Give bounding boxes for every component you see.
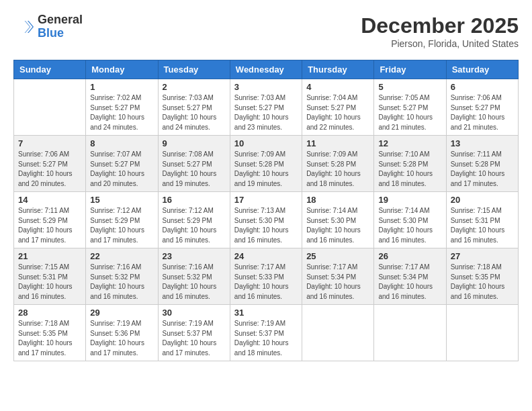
calendar-cell: 27Sunrise: 7:18 AM Sunset: 5:35 PM Dayli…: [446, 248, 518, 305]
calendar-cell: 18Sunrise: 7:14 AM Sunset: 5:30 PM Dayli…: [302, 192, 374, 248]
calendar-week-row: 14Sunrise: 7:11 AM Sunset: 5:29 PM Dayli…: [14, 192, 519, 248]
day-info: Sunrise: 7:06 AM Sunset: 5:27 PM Dayligh…: [18, 150, 81, 189]
calendar-cell: 12Sunrise: 7:10 AM Sunset: 5:28 PM Dayli…: [374, 136, 446, 192]
calendar-cell: 9Sunrise: 7:08 AM Sunset: 5:27 PM Daylig…: [158, 136, 230, 192]
calendar-cell: 17Sunrise: 7:13 AM Sunset: 5:30 PM Dayli…: [230, 192, 302, 248]
calendar-cell: 10Sunrise: 7:09 AM Sunset: 5:28 PM Dayli…: [230, 136, 302, 192]
location: Pierson, Florida, United States: [361, 38, 519, 49]
day-number: 29: [90, 308, 153, 318]
page-header: General Blue December 2025 Pierson, Flor…: [13, 13, 519, 49]
calendar-cell: 11Sunrise: 7:09 AM Sunset: 5:28 PM Dayli…: [302, 136, 374, 192]
logo-icon: [13, 17, 34, 37]
calendar-cell: 15Sunrise: 7:12 AM Sunset: 5:29 PM Dayli…: [86, 192, 158, 248]
day-info: Sunrise: 7:14 AM Sunset: 5:30 PM Dayligh…: [306, 206, 369, 245]
day-number: 3: [234, 82, 298, 92]
col-header-saturday: Saturday: [446, 60, 518, 79]
month-title: December 2025: [361, 13, 519, 38]
day-info: Sunrise: 7:17 AM Sunset: 5:33 PM Dayligh…: [234, 263, 298, 302]
calendar-cell: 2Sunrise: 7:03 AM Sunset: 5:27 PM Daylig…: [158, 79, 230, 136]
calendar-week-row: 21Sunrise: 7:15 AM Sunset: 5:31 PM Dayli…: [14, 248, 519, 305]
day-number: 31: [234, 308, 298, 318]
day-number: 11: [306, 138, 369, 148]
day-number: 9: [163, 138, 226, 148]
calendar-cell: 3Sunrise: 7:03 AM Sunset: 5:27 PM Daylig…: [230, 79, 302, 136]
calendar-cell: 13Sunrise: 7:11 AM Sunset: 5:28 PM Dayli…: [446, 136, 518, 192]
calendar-cell: 25Sunrise: 7:17 AM Sunset: 5:34 PM Dayli…: [302, 248, 374, 305]
calendar-cell: 20Sunrise: 7:15 AM Sunset: 5:31 PM Dayli…: [446, 192, 518, 248]
day-info: Sunrise: 7:08 AM Sunset: 5:27 PM Dayligh…: [163, 150, 226, 189]
day-number: 5: [378, 82, 441, 92]
day-info: Sunrise: 7:12 AM Sunset: 5:29 PM Dayligh…: [90, 206, 153, 245]
calendar-cell: [14, 79, 86, 136]
calendar-cell: 5Sunrise: 7:05 AM Sunset: 5:27 PM Daylig…: [374, 79, 446, 136]
day-number: 15: [90, 195, 153, 205]
calendar-cell: 16Sunrise: 7:12 AM Sunset: 5:29 PM Dayli…: [158, 192, 230, 248]
day-number: 26: [378, 251, 441, 261]
calendar-cell: 21Sunrise: 7:15 AM Sunset: 5:31 PM Dayli…: [14, 248, 86, 305]
day-info: Sunrise: 7:14 AM Sunset: 5:30 PM Dayligh…: [378, 206, 441, 245]
calendar-table: SundayMondayTuesdayWednesdayThursdayFrid…: [13, 60, 519, 361]
day-number: 14: [18, 195, 81, 205]
day-info: Sunrise: 7:09 AM Sunset: 5:28 PM Dayligh…: [306, 150, 369, 189]
col-header-wednesday: Wednesday: [230, 60, 302, 79]
col-header-sunday: Sunday: [14, 60, 86, 79]
day-number: 22: [90, 251, 153, 261]
day-number: 17: [234, 195, 298, 205]
day-info: Sunrise: 7:12 AM Sunset: 5:29 PM Dayligh…: [163, 206, 226, 245]
calendar-cell: 8Sunrise: 7:07 AM Sunset: 5:27 PM Daylig…: [86, 136, 158, 192]
calendar-header-row: SundayMondayTuesdayWednesdayThursdayFrid…: [14, 60, 519, 79]
day-number: 6: [451, 82, 514, 92]
day-info: Sunrise: 7:15 AM Sunset: 5:31 PM Dayligh…: [451, 206, 514, 245]
day-info: Sunrise: 7:16 AM Sunset: 5:32 PM Dayligh…: [163, 263, 226, 302]
day-info: Sunrise: 7:13 AM Sunset: 5:30 PM Dayligh…: [234, 206, 298, 245]
calendar-cell: [446, 305, 518, 361]
day-number: 23: [163, 251, 226, 261]
logo: General Blue: [13, 13, 83, 40]
calendar-cell: 26Sunrise: 7:17 AM Sunset: 5:34 PM Dayli…: [374, 248, 446, 305]
calendar-cell: [374, 305, 446, 361]
day-info: Sunrise: 7:11 AM Sunset: 5:28 PM Dayligh…: [451, 150, 514, 189]
calendar-cell: 28Sunrise: 7:18 AM Sunset: 5:35 PM Dayli…: [14, 305, 86, 361]
day-number: 10: [234, 138, 298, 148]
day-info: Sunrise: 7:18 AM Sunset: 5:35 PM Dayligh…: [451, 263, 514, 302]
day-info: Sunrise: 7:02 AM Sunset: 5:27 PM Dayligh…: [90, 93, 153, 132]
calendar-cell: 19Sunrise: 7:14 AM Sunset: 5:30 PM Dayli…: [374, 192, 446, 248]
calendar-cell: 6Sunrise: 7:06 AM Sunset: 5:27 PM Daylig…: [446, 79, 518, 136]
day-info: Sunrise: 7:03 AM Sunset: 5:27 PM Dayligh…: [234, 93, 298, 132]
day-number: 24: [234, 251, 298, 261]
col-header-monday: Monday: [86, 60, 158, 79]
col-header-thursday: Thursday: [302, 60, 374, 79]
day-info: Sunrise: 7:15 AM Sunset: 5:31 PM Dayligh…: [18, 263, 81, 302]
day-number: 21: [18, 251, 81, 261]
day-info: Sunrise: 7:09 AM Sunset: 5:28 PM Dayligh…: [234, 150, 298, 189]
day-info: Sunrise: 7:11 AM Sunset: 5:29 PM Dayligh…: [18, 206, 81, 245]
day-info: Sunrise: 7:19 AM Sunset: 5:36 PM Dayligh…: [90, 319, 153, 358]
day-info: Sunrise: 7:16 AM Sunset: 5:32 PM Dayligh…: [90, 263, 153, 302]
logo-text: General Blue: [38, 13, 83, 40]
day-info: Sunrise: 7:17 AM Sunset: 5:34 PM Dayligh…: [306, 263, 369, 302]
day-info: Sunrise: 7:03 AM Sunset: 5:27 PM Dayligh…: [163, 93, 226, 132]
calendar-cell: 4Sunrise: 7:04 AM Sunset: 5:27 PM Daylig…: [302, 79, 374, 136]
day-number: 28: [18, 308, 81, 318]
day-info: Sunrise: 7:18 AM Sunset: 5:35 PM Dayligh…: [18, 319, 81, 358]
calendar-cell: 14Sunrise: 7:11 AM Sunset: 5:29 PM Dayli…: [14, 192, 86, 248]
day-info: Sunrise: 7:10 AM Sunset: 5:28 PM Dayligh…: [378, 150, 441, 189]
day-number: 13: [451, 138, 514, 148]
day-number: 30: [163, 308, 226, 318]
calendar-week-row: 7Sunrise: 7:06 AM Sunset: 5:27 PM Daylig…: [14, 136, 519, 192]
day-number: 1: [90, 82, 153, 92]
day-number: 7: [18, 138, 81, 148]
day-number: 12: [378, 138, 441, 148]
day-number: 2: [163, 82, 226, 92]
day-number: 19: [378, 195, 441, 205]
calendar-cell: 31Sunrise: 7:19 AM Sunset: 5:37 PM Dayli…: [230, 305, 302, 361]
calendar-week-row: 28Sunrise: 7:18 AM Sunset: 5:35 PM Dayli…: [14, 305, 519, 361]
title-block: December 2025 Pierson, Florida, United S…: [361, 13, 519, 49]
day-info: Sunrise: 7:17 AM Sunset: 5:34 PM Dayligh…: [378, 263, 441, 302]
calendar-cell: 23Sunrise: 7:16 AM Sunset: 5:32 PM Dayli…: [158, 248, 230, 305]
day-info: Sunrise: 7:05 AM Sunset: 5:27 PM Dayligh…: [378, 93, 441, 132]
calendar-cell: 1Sunrise: 7:02 AM Sunset: 5:27 PM Daylig…: [86, 79, 158, 136]
logo-general-text: General: [38, 13, 83, 27]
calendar-cell: [302, 305, 374, 361]
calendar-cell: 29Sunrise: 7:19 AM Sunset: 5:36 PM Dayli…: [86, 305, 158, 361]
